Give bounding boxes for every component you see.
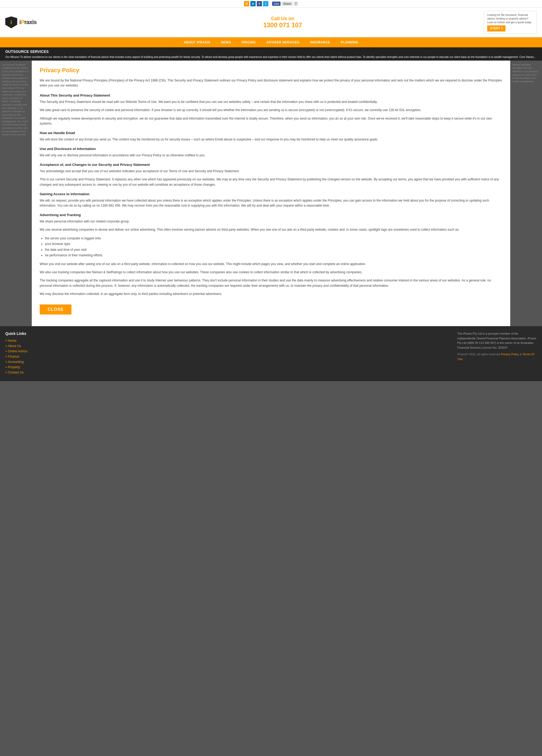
nav-pricing[interactable]: PRICING bbox=[236, 37, 261, 47]
section-6-para-4: We also use tracking companies like Niel… bbox=[40, 270, 502, 275]
section-6-para-6: We may disclose the information collecte… bbox=[40, 292, 502, 297]
section-2-para-1: We will store the content of any Email y… bbox=[40, 137, 502, 142]
footer-link-online-advice[interactable]: Online Advice bbox=[5, 349, 42, 353]
section-heading-4: Acceptance of, and Changes to our Securi… bbox=[40, 163, 502, 167]
section-4-para-1: You acknowledge and accept that you use … bbox=[40, 169, 502, 174]
section-heading-3: Use and Disclosure of Information bbox=[40, 147, 502, 151]
header: i iPraxis Call Us on 1300 071 107 Lookin… bbox=[0, 8, 542, 37]
bullet-list: the server your computer is logged onto … bbox=[45, 236, 502, 258]
footer-link-finance[interactable]: Finance bbox=[5, 355, 42, 358]
intro-text: We are bound by the National Privacy Pri… bbox=[40, 78, 502, 88]
close-btn-area: CLOSE bbox=[40, 304, 502, 315]
right-sidebar-content: Identity specialist strengths and core i… bbox=[512, 63, 540, 83]
top-bar: R in f t Like Share 7 bbox=[0, 0, 542, 8]
section-heading-1: About This Security and Privacy Statemen… bbox=[40, 93, 502, 97]
privacy-policy-link[interactable]: Privacy Policy bbox=[501, 353, 519, 356]
logo-text: iPraxis bbox=[19, 19, 36, 26]
social-icons-group: R in f t Like Share 7 bbox=[244, 1, 298, 6]
footer-info-text: The iPraxis Pty Ltd is a principle membe… bbox=[457, 331, 537, 350]
nav-planning[interactable]: PLANNING bbox=[335, 37, 364, 47]
nav-news[interactable]: NEWS bbox=[216, 37, 236, 47]
section-1-para-2: We take great care to preserve the secur… bbox=[40, 108, 502, 113]
bullet-item-2: your browser type bbox=[45, 241, 502, 247]
logo-area: i iPraxis bbox=[5, 16, 36, 28]
share-count: 7 bbox=[294, 2, 298, 6]
main-wrapper: Our Mission To deliver excellence to our… bbox=[0, 61, 542, 326]
call-us-label: Call Us on bbox=[263, 16, 302, 21]
start-button[interactable]: START > bbox=[487, 25, 506, 31]
section-6-para-5: The tracking companies aggregate all the… bbox=[40, 278, 502, 288]
section-5-para-1: We will, on request, provide you with pe… bbox=[40, 198, 502, 208]
nav-insurance[interactable]: INSURANCE bbox=[305, 37, 335, 47]
linkedin-icon[interactable]: in bbox=[250, 1, 255, 6]
section-6-para-2: We use several advertising companies to … bbox=[40, 227, 502, 232]
rss-icon[interactable]: R bbox=[244, 1, 249, 6]
main-nav: ABOUT iPRAXIS NEWS PRICING ADVISER SERVI… bbox=[0, 37, 542, 47]
section-6-para-1: We share personal information with our r… bbox=[40, 219, 502, 224]
twitter-icon[interactable]: t bbox=[263, 1, 268, 6]
section-4-para-2: This is our current Security and Privacy… bbox=[40, 177, 502, 187]
footer-info: The iPraxis Pty Ltd is a principle membe… bbox=[457, 331, 537, 376]
section-1-para-1: This Security and Privacy Statement shou… bbox=[40, 99, 502, 104]
section-heading-6: Advertising and Tracking bbox=[40, 213, 502, 217]
outsource-title: OUTSOURCE SERVICES bbox=[5, 49, 537, 54]
left-sidebar-text: Our Mission To deliver excellence to our… bbox=[0, 61, 32, 326]
page-title: Privacy Policy bbox=[40, 67, 502, 74]
close-button[interactable]: CLOSE bbox=[40, 304, 71, 315]
logo-shield-icon: i bbox=[5, 16, 17, 28]
footer-copyright: iPraxis© 2016, all rights reserved Priva… bbox=[457, 352, 537, 361]
like-share-group: Like Share 7 bbox=[272, 2, 298, 6]
section-1-para-3: Although we regularly review development… bbox=[40, 116, 502, 126]
footer-quick-links: Quick Links Home About Us Online Advice … bbox=[5, 331, 42, 376]
footer-link-accounting[interactable]: Accounting bbox=[5, 360, 42, 364]
footer-link-home[interactable]: Home bbox=[5, 339, 42, 343]
section-heading-5: Gaining Access to Information bbox=[40, 192, 502, 196]
footer-link-contact[interactable]: Contact Us bbox=[5, 371, 42, 374]
footer-link-about[interactable]: About Us bbox=[5, 344, 42, 348]
share-button[interactable]: Share bbox=[282, 2, 293, 6]
bullet-item-1: the server your computer is logged onto bbox=[45, 236, 502, 242]
facebook-icon[interactable]: f bbox=[257, 1, 262, 6]
section-3-para-1: We will only use or disclose personal in… bbox=[40, 153, 502, 158]
nav-adviser[interactable]: ADVISER SERVICES bbox=[261, 37, 305, 47]
quick-links-title: Quick Links bbox=[5, 331, 42, 336]
footer-link-property[interactable]: Property bbox=[5, 365, 42, 369]
bullet-item-4: he performance of their marketing effort… bbox=[45, 253, 502, 258]
call-us-area: Call Us on 1300 071 107 bbox=[263, 16, 302, 29]
right-sidebar-text: Identity specialist strengths and core i… bbox=[510, 61, 542, 326]
like-button[interactable]: Like bbox=[272, 2, 281, 6]
bullet-item-3: the date and time of your visit bbox=[45, 247, 502, 253]
call-us-number: 1300 071 107 bbox=[263, 21, 302, 29]
outsource-text: Our Mission To deliver excellence to our… bbox=[5, 55, 537, 59]
quote-text: Looking for life insurance, financial ad… bbox=[487, 13, 533, 24]
content-area: Privacy Policy We are bound by the Natio… bbox=[32, 61, 510, 326]
footer: Quick Links Home About Us Online Advice … bbox=[0, 326, 542, 381]
nav-about[interactable]: ABOUT iPRAXIS bbox=[178, 37, 216, 47]
outsource-banner: OUTSOURCE SERVICES Our Mission To delive… bbox=[0, 47, 542, 61]
quote-box: Looking for life insurance, financial ad… bbox=[484, 11, 537, 34]
section-6-para-3: When you visit our website after seeing … bbox=[40, 262, 502, 267]
section-heading-2: How we Handle Email bbox=[40, 131, 502, 135]
